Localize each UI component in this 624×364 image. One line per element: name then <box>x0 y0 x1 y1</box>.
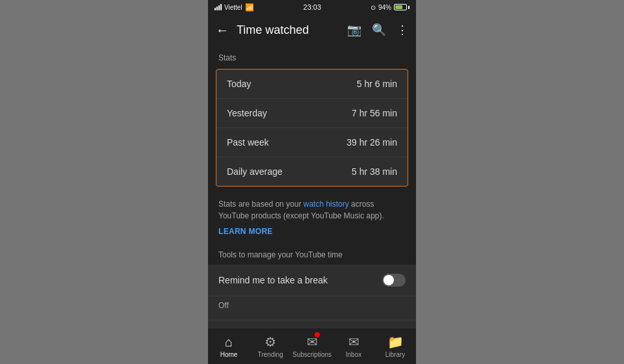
stat-label-yesterday: Yesterday <box>227 108 267 118</box>
watch-history-link[interactable]: watch history <box>304 200 349 209</box>
remind-label: Remind me to take a break <box>218 275 328 285</box>
search-icon[interactable]: 🔍 <box>372 23 386 37</box>
remind-state-row: Off <box>208 296 416 320</box>
remind-toggle-row: Remind me to take a break <box>208 265 416 296</box>
status-bar: Viettel 📶 23:03 ⊙ 94% <box>208 0 416 14</box>
stat-row-today: Today 5 hr 6 min <box>216 70 408 99</box>
back-button[interactable]: ← <box>216 23 229 38</box>
nav-item-trending[interactable]: ⚙ Trending <box>250 334 291 358</box>
nav-label-trending: Trending <box>257 351 283 358</box>
stat-value-yesterday: 7 hr 56 min <box>352 108 397 118</box>
page-title: Time watched <box>237 23 347 37</box>
stat-row-yesterday: Yesterday 7 hr 56 min <box>216 99 408 128</box>
stats-section-label: Stats <box>208 46 416 66</box>
home-icon: ⌂ <box>225 335 233 350</box>
battery-percent: 94% <box>378 4 391 11</box>
status-right: ⊙ 94% <box>370 4 410 11</box>
learn-more-link[interactable]: LEARN MORE <box>208 224 416 244</box>
stat-label-daily-avg: Daily average <box>227 166 283 177</box>
nav-label-inbox: Inbox <box>346 351 361 358</box>
top-bar-icons: 📷 🔍 ⋮ <box>347 23 408 37</box>
nav-item-library[interactable]: 📁 Library <box>374 334 416 358</box>
stat-value-today: 5 hr 6 min <box>357 79 397 89</box>
library-icon: 📁 <box>387 334 404 350</box>
top-bar: ← Time watched 📷 🔍 ⋮ <box>208 14 416 46</box>
stat-row-daily-avg: Daily average 5 hr 38 min <box>216 157 408 186</box>
nav-item-subscriptions[interactable]: ✉ Subscriptions <box>291 334 333 358</box>
nav-label-home: Home <box>220 351 238 358</box>
remind-state-label: Off <box>218 301 229 310</box>
inbox-icon: ✉ <box>348 334 359 350</box>
content-area: Stats Today 5 hr 6 min Yesterday 7 hr 56… <box>208 46 416 328</box>
video-camera-icon[interactable]: 📷 <box>347 23 361 37</box>
stat-label-today: Today <box>227 79 251 89</box>
battery-icon <box>394 4 410 10</box>
nav-label-subscriptions: Subscriptions <box>292 351 332 358</box>
signal-bars-icon <box>214 4 222 10</box>
stat-value-daily-avg: 5 hr 38 min <box>352 166 397 177</box>
status-left: Viettel 📶 <box>214 3 254 12</box>
subscriptions-badge-container: ✉ <box>307 334 318 350</box>
stats-description: Stats are based on your watch history ac… <box>208 192 416 224</box>
remind-toggle-switch[interactable] <box>382 274 406 287</box>
bottom-nav: ⌂ Home ⚙ Trending ✉ Subscriptions ✉ Inbo… <box>208 328 416 364</box>
stat-value-past-week: 39 hr 26 min <box>346 137 397 148</box>
carrier-label: Viettel <box>224 4 242 11</box>
trending-icon: ⚙ <box>265 334 276 350</box>
remind-toggle-knob <box>384 275 394 285</box>
wifi-icon: 📶 <box>245 3 254 12</box>
nav-item-home[interactable]: ⌂ Home <box>208 335 250 358</box>
status-time: 23:03 <box>304 3 322 11</box>
tools-section-label: Tools to manage your YouTube time <box>208 244 416 265</box>
stats-card: Today 5 hr 6 min Yesterday 7 hr 56 min P… <box>216 69 408 187</box>
stat-label-past-week: Past week <box>227 137 269 148</box>
phone-container: Viettel 📶 23:03 ⊙ 94% ← Time watched 📷 🔍… <box>208 0 416 364</box>
nav-item-inbox[interactable]: ✉ Inbox <box>333 334 374 358</box>
more-options-icon[interactable]: ⋮ <box>396 23 408 37</box>
stat-row-past-week: Past week 39 hr 26 min <box>216 128 408 157</box>
circle-status-icon: ⊙ <box>370 4 376 11</box>
subscriptions-badge <box>315 332 320 337</box>
nav-label-library: Library <box>385 351 406 358</box>
autoplay-toggle-row: Autoplay <box>208 320 416 328</box>
